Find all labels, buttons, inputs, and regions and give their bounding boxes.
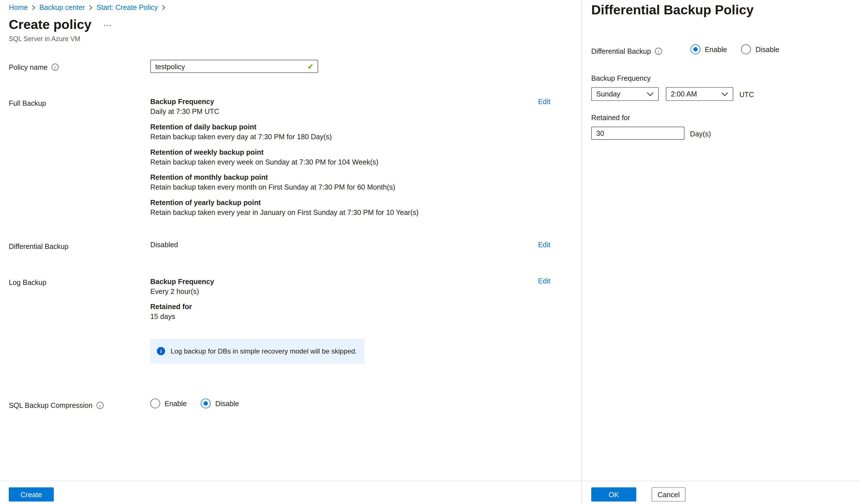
detail-item: Retention of weekly backup point Retain … xyxy=(150,147,534,167)
breadcrumb: Home Backup center Start: Create Policy xyxy=(9,3,166,12)
breadcrumb-start-create-policy[interactable]: Start: Create Policy xyxy=(97,3,158,12)
create-button[interactable]: Create xyxy=(9,487,54,502)
info-icon[interactable] xyxy=(52,63,59,71)
detail-item: Retention of monthly backup point Retain… xyxy=(150,173,534,192)
detail-desc: Retain backup taken every week on Sunday… xyxy=(150,157,534,167)
panel-title: Differential Backup Policy xyxy=(591,2,754,18)
log-backup-info-banner: Log backup for DBs in simple recovery mo… xyxy=(150,339,365,364)
differential-backup-status: Disabled xyxy=(150,241,178,249)
page-subtitle: SQL Server in Azure VM xyxy=(9,35,80,43)
info-icon[interactable] xyxy=(96,402,103,409)
cancel-button[interactable]: Cancel xyxy=(651,487,686,502)
log-backup-section-label: Log Backup xyxy=(9,279,46,286)
info-banner-text: Log backup for DBs in simple recovery mo… xyxy=(171,347,357,355)
chevron-right-icon xyxy=(31,5,35,10)
detail-title: Retention of daily backup point xyxy=(150,122,534,132)
retained-for-field xyxy=(591,127,684,140)
retained-for-unit: Day(s) xyxy=(690,130,711,138)
sql-compression-label-row: SQL Backup Compression xyxy=(9,401,103,410)
detail-item: Retention of yearly backup point Retain … xyxy=(150,198,534,218)
page-title: Create policy xyxy=(9,17,91,32)
detail-title: Retained for xyxy=(150,302,534,312)
info-icon[interactable] xyxy=(655,48,662,55)
create-policy-page: Home Backup center Start: Create Policy … xyxy=(0,0,860,504)
detail-item: Backup Frequency Every 2 hour(s) xyxy=(150,277,534,296)
detail-desc: Retain backup taken every day at 7:30 PM… xyxy=(150,132,534,142)
frequency-day-dropdown[interactable]: Sunday xyxy=(591,87,659,101)
log-backup-details: Backup Frequency Every 2 hour(s) Retaine… xyxy=(150,277,534,327)
policy-name-label: Policy name xyxy=(9,63,47,71)
detail-title: Backup Frequency xyxy=(150,277,534,286)
more-menu-icon[interactable] xyxy=(103,18,112,28)
detail-desc: Retain backup taken every year in Januar… xyxy=(150,208,534,218)
detail-desc: Daily at 7:30 PM UTC xyxy=(150,107,534,117)
chevron-down-icon xyxy=(647,92,654,96)
policy-name-input[interactable] xyxy=(150,60,318,73)
detail-item: Retained for 15 days xyxy=(150,302,534,322)
detail-title: Backup Frequency xyxy=(150,97,534,107)
sql-compression-label: SQL Backup Compression xyxy=(9,401,92,410)
detail-title: Retention of yearly backup point xyxy=(150,198,534,208)
timezone-label: UTC xyxy=(739,91,754,99)
panel-disable-label[interactable]: Disable xyxy=(756,45,779,54)
panel-enable-radio[interactable] xyxy=(691,44,700,54)
full-backup-section-label: Full Backup xyxy=(9,99,46,107)
panel-differential-backup-label: Differential Backup xyxy=(591,47,651,55)
sql-compression-radio-group: Enable Disable xyxy=(150,399,239,409)
detail-title: Retention of weekly backup point xyxy=(150,147,534,157)
sql-compression-disable-radio[interactable] xyxy=(201,399,211,409)
detail-item: Backup Frequency Daily at 7:30 PM UTC xyxy=(150,97,534,117)
sql-compression-disable-label[interactable]: Disable xyxy=(215,399,239,407)
policy-name-field xyxy=(150,60,318,73)
detail-item: Retention of daily backup point Retain b… xyxy=(150,122,534,142)
differential-backup-edit-link[interactable]: Edit xyxy=(538,241,550,249)
footer-divider xyxy=(0,481,860,481)
panel-backup-frequency-label: Backup Frequency xyxy=(591,74,650,82)
log-backup-edit-link[interactable]: Edit xyxy=(538,277,550,285)
frequency-time-dropdown[interactable]: 2:00 AM xyxy=(666,87,733,101)
detail-desc: Every 2 hour(s) xyxy=(150,286,534,296)
chevron-down-icon xyxy=(721,92,728,96)
validation-check-icon xyxy=(307,62,314,71)
detail-desc: 15 days xyxy=(150,312,534,322)
panel-divider xyxy=(582,0,582,504)
frequency-time-value: 2:00 AM xyxy=(671,90,697,98)
policy-name-label-row: Policy name xyxy=(9,63,59,71)
panel-retained-for-label: Retained for xyxy=(591,113,630,121)
panel-enable-label[interactable]: Enable xyxy=(705,45,727,54)
retained-for-input[interactable] xyxy=(591,127,684,140)
detail-title: Retention of monthly backup point xyxy=(150,173,534,182)
panel-disable-radio[interactable] xyxy=(741,44,751,54)
full-backup-edit-link[interactable]: Edit xyxy=(538,98,550,106)
sql-compression-enable-label[interactable]: Enable xyxy=(164,399,187,407)
chevron-right-icon xyxy=(89,5,92,10)
differential-backup-section-label: Differential Backup xyxy=(9,242,68,250)
frequency-day-value: Sunday xyxy=(596,90,620,98)
info-icon xyxy=(157,347,165,355)
panel-differential-backup-label-row: Differential Backup xyxy=(591,47,662,55)
full-backup-details: Backup Frequency Daily at 7:30 PM UTC Re… xyxy=(150,97,534,223)
detail-desc: Retain backup taken every month on First… xyxy=(150,182,534,192)
panel-differential-radio-group: Enable Disable xyxy=(691,44,779,54)
breadcrumb-home[interactable]: Home xyxy=(9,3,28,12)
chevron-right-icon xyxy=(162,5,166,10)
sql-compression-enable-radio[interactable] xyxy=(150,399,160,409)
breadcrumb-backup-center[interactable]: Backup center xyxy=(39,3,85,12)
ok-button[interactable]: OK xyxy=(591,487,636,502)
